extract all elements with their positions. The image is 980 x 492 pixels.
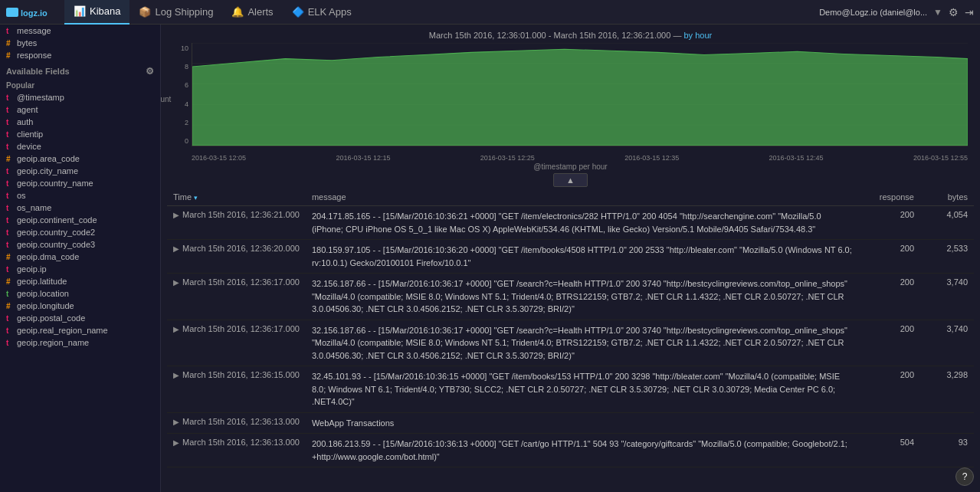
field-agent[interactable]: t agent <box>0 103 160 116</box>
field-dma-code[interactable]: # geoip.dma_code <box>0 251 160 263</box>
table-row: ▶March 15th 2016, 12:36:13.000WebApp Tra… <box>167 412 974 434</box>
field-type-icon-timestamp: t <box>6 93 14 102</box>
row-response <box>859 412 920 434</box>
field-type-icon-continent-code: t <box>6 216 14 225</box>
field-geoip-area-code[interactable]: # geoip.area_code <box>0 153 160 165</box>
field-type-icon-os-name: t <box>6 204 14 212</box>
field-type-icon-dma-code: # <box>6 253 14 261</box>
field-country-code3[interactable]: t geoip.country_code3 <box>0 238 160 251</box>
field-region-name[interactable]: t geoip.region_name <box>0 336 160 349</box>
available-fields-header: Available Fields ⚙ <box>0 61 160 80</box>
login-icon[interactable]: ⇥ <box>965 6 974 18</box>
field-auth[interactable]: t auth <box>0 116 160 128</box>
row-expand-icon[interactable]: ▶ <box>173 278 179 287</box>
main-layout: t message # bytes # response Available F… <box>0 25 980 492</box>
content-area: March 15th 2016, 12:36:01.000 - March 15… <box>161 25 980 492</box>
field-type-icon-latitude: # <box>6 277 14 286</box>
column-header-time[interactable]: Time ▾ <box>167 189 306 206</box>
chart-container: March 15th 2016, 12:36:01.000 - March 15… <box>161 25 980 172</box>
svg-text:logz.io: logz.io <box>21 8 48 18</box>
pinned-fields: t message # bytes # response <box>0 25 160 61</box>
field-timestamp[interactable]: t @timestamp <box>0 91 160 103</box>
chart-plot <box>192 43 968 146</box>
table-row: ▶March 15th 2016, 12:36:17.00032.156.187… <box>167 320 974 366</box>
table-container[interactable]: Time ▾ message response bytes <box>161 189 980 492</box>
column-header-bytes[interactable]: bytes <box>920 189 974 206</box>
field-type-icon-postal-code: t <box>6 314 14 323</box>
column-header-message[interactable]: message <box>306 189 859 206</box>
field-latitude[interactable]: # geoip.latitude <box>0 275 160 287</box>
collapse-chart-button[interactable]: ▲ <box>553 173 588 187</box>
row-bytes <box>920 412 974 434</box>
column-header-response[interactable]: response <box>859 189 920 206</box>
nav-tab-kibana[interactable]: 📊 Kibana <box>64 0 129 25</box>
pinned-field-message[interactable]: t message <box>0 25 160 37</box>
svg-rect-0 <box>6 8 18 17</box>
row-message: 32.156.187.66 - - [15/Mar/2016:10:36:17 … <box>306 274 859 320</box>
row-expand-icon[interactable]: ▶ <box>173 325 179 333</box>
user-name: Demo@Logz.io (daniel@lo... <box>819 8 927 17</box>
row-response: 200 <box>859 274 920 320</box>
field-os[interactable]: t os <box>0 189 160 202</box>
field-type-icon-location: t <box>6 290 14 298</box>
row-expand-icon[interactable]: ▶ <box>173 418 179 426</box>
chart-wrapper: 10 8 6 4 2 0 Count <box>167 43 974 162</box>
nav-tab-alerts[interactable]: 🔔 Alerts <box>222 0 282 25</box>
field-os-name[interactable]: t os_name <box>0 202 160 214</box>
row-bytes: 93 <box>920 434 974 467</box>
row-time: ▶March 15th 2016, 12:36:17.000 <box>167 320 306 366</box>
row-time: ▶March 15th 2016, 12:36:13.000 <box>167 434 306 467</box>
table-row: ▶March 15th 2016, 12:36:15.00032.45.101.… <box>167 366 974 413</box>
field-type-icon-country-code2: t <box>6 228 14 237</box>
field-location[interactable]: t geoip.location <box>0 287 160 300</box>
row-message: 204.171.85.165 - - [15/Mar/2016:10:36:21… <box>306 206 859 240</box>
alerts-icon: 🔔 <box>231 6 244 18</box>
pinned-field-bytes[interactable]: # bytes <box>0 37 160 49</box>
row-expand-icon[interactable]: ▶ <box>173 244 179 253</box>
user-dropdown-icon[interactable]: ▼ <box>933 7 942 18</box>
field-continent-code[interactable]: t geoip.continent_code <box>0 214 160 226</box>
logo[interactable]: logz.io <box>6 5 52 20</box>
field-type-icon-city-name: t <box>6 167 14 175</box>
sidebar: t message # bytes # response Available F… <box>0 25 161 492</box>
field-clientip[interactable]: t clientip <box>0 128 160 140</box>
field-type-icon-country-code3: t <box>6 241 14 249</box>
field-country-code2[interactable]: t geoip.country_code2 <box>0 226 160 238</box>
field-type-icon-clientip: t <box>6 130 14 139</box>
field-geoip-city-name[interactable]: t geoip.city_name <box>0 165 160 177</box>
row-expand-icon[interactable]: ▶ <box>173 211 179 219</box>
chart-header: March 15th 2016, 12:36:01.000 - March 15… <box>167 28 974 43</box>
row-time: ▶March 15th 2016, 12:36:17.000 <box>167 274 306 320</box>
help-button[interactable]: ? <box>955 467 974 486</box>
sort-icon: ▾ <box>194 194 198 202</box>
field-geoip-ip[interactable]: t geoip.ip <box>0 263 160 275</box>
row-response: 200 <box>859 366 920 413</box>
row-expand-icon[interactable]: ▶ <box>173 438 179 447</box>
field-geoip-country-name[interactable]: t geoip.country_name <box>0 177 160 189</box>
table-header-row: Time ▾ message response bytes <box>167 189 974 206</box>
log-shipping-icon: 📦 <box>139 6 151 18</box>
svg-marker-8 <box>192 49 968 146</box>
row-message: 200.186.213.59 - - [15/Mar/2016:10:36:13… <box>306 434 859 467</box>
row-message: 32.45.101.93 - - [15/Mar/2016:10:36:15 +… <box>306 366 859 413</box>
row-response: 504 <box>859 434 920 467</box>
settings-icon[interactable]: ⚙ <box>949 6 959 18</box>
field-postal-code[interactable]: t geoip.postal_code <box>0 312 160 324</box>
field-longitude[interactable]: # geoip.longitude <box>0 300 160 312</box>
nav-tab-elk-apps[interactable]: 🔷 ELK Apps <box>283 0 361 25</box>
table-row: ▶March 15th 2016, 12:36:20.000180.159.97… <box>167 240 974 274</box>
field-real-region-name[interactable]: t geoip.real_region_name <box>0 324 160 336</box>
chart-svg <box>192 43 968 146</box>
available-fields-gear-icon[interactable]: ⚙ <box>146 66 154 77</box>
row-expand-icon[interactable]: ▶ <box>173 371 179 379</box>
nav-tab-log-shipping[interactable]: 📦 Log Shipping <box>129 0 222 25</box>
row-response: 200 <box>859 320 920 366</box>
results-table: Time ▾ message response bytes <box>167 189 974 467</box>
by-hour-link[interactable]: by hour <box>683 31 712 40</box>
pinned-field-response[interactable]: # response <box>0 49 160 61</box>
row-message: WebApp Transactions <box>306 412 859 434</box>
kibana-icon: 📊 <box>74 5 86 17</box>
field-type-icon-region-name: t <box>6 339 14 347</box>
field-device[interactable]: t device <box>0 140 160 153</box>
top-navigation: logz.io 📊 Kibana 📦 Log Shipping 🔔 Alerts… <box>0 0 980 25</box>
